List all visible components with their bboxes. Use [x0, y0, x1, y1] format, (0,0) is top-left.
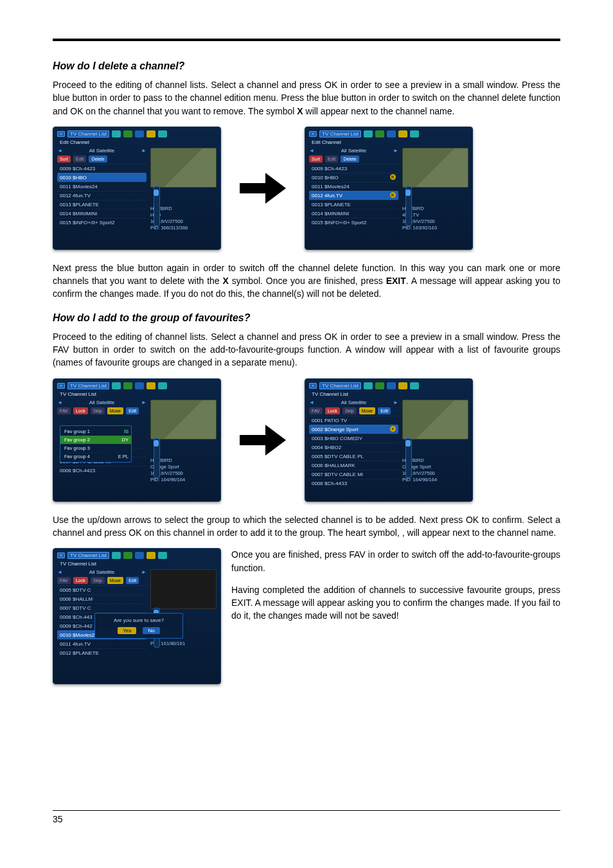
satellite-label: All Satellite — [316, 400, 391, 405]
figure-row-delete: + TV Channel List Edit Channel ◄ All Sat… — [53, 127, 560, 250]
list-item[interactable]: 0010 $HBO — [57, 173, 147, 182]
para-fav-2: Use the up/down arrows to select the gro… — [53, 513, 560, 540]
delete-mark-icon: ✖ — [390, 174, 396, 180]
chevron-right-icon: ► — [141, 400, 147, 405]
list-item[interactable]: 0012 4fun.TV — [57, 191, 147, 200]
title-btn-icon — [123, 382, 132, 389]
channel-info: HOTBIRD Orange Sport 10719/V/27500 PID: … — [150, 457, 217, 484]
list-item[interactable]: 0015 $INFO+/0+ Sport2 — [309, 218, 398, 227]
edit-button[interactable]: Edit — [325, 155, 338, 163]
lock-button[interactable]: Lock — [73, 407, 88, 414]
subtitle-edit-channel: Edit Channel — [53, 139, 220, 148]
list-item[interactable]: 0012 $PLANETE — [57, 648, 147, 657]
sort-button[interactable]: Sort — [309, 155, 323, 163]
move-button[interactable]: Move — [107, 407, 123, 414]
list-item[interactable]: 0012 4fun.TV✖ — [309, 191, 398, 200]
scrollbar[interactable] — [405, 186, 412, 226]
window-title: TV Channel List — [67, 130, 109, 137]
title-btn-icon — [364, 382, 373, 389]
plus-icon: + — [57, 553, 65, 558]
title-btn-icon — [112, 382, 121, 389]
edit-button[interactable]: Edit — [73, 155, 86, 163]
move-button[interactable]: Move — [359, 407, 375, 414]
list-item[interactable]: 0008 $Ch-4423 — [57, 466, 147, 475]
list-item[interactable]: 0015 $INFO+/0+ Sport2 — [57, 218, 147, 227]
para-fav-1: Proceed to the editing of channel lists.… — [53, 330, 560, 369]
skip-button[interactable]: Skip — [91, 577, 105, 584]
subtitle-tv-list: TV Channel List — [53, 560, 220, 569]
list-item[interactable]: 0010 $HBO✖ — [309, 173, 398, 182]
window-title: TV Channel List — [67, 382, 109, 389]
popup-item[interactable]: Fav group 2DY — [60, 436, 131, 444]
popup-item[interactable]: Fav group 1IS — [60, 427, 131, 436]
skip-button[interactable]: Skip — [91, 407, 105, 414]
edit-button[interactable]: Edit — [126, 577, 139, 584]
channel-list: 0009 $Ch-4423 0010 $HBO✖ 0011 $Movies24 … — [309, 164, 398, 227]
chevron-left-icon: ◄ — [57, 400, 62, 405]
list-item[interactable]: 0006 $HALLM — [57, 594, 147, 603]
action-pills: Sort Edit Delete — [57, 155, 147, 163]
yes-button[interactable]: Yes — [118, 627, 136, 634]
lock-button[interactable]: Lock — [73, 577, 88, 584]
skip-button[interactable]: Skip — [342, 407, 357, 414]
confirm-text: Are you sure to save? — [100, 617, 177, 623]
list-item[interactable]: 0004 $HBO2 — [309, 443, 398, 452]
title-btn-icon — [158, 130, 167, 137]
title-btn-icon — [135, 382, 144, 389]
action-pills: FAV Lock Skip Move Edit — [309, 407, 398, 414]
list-item[interactable]: 0005 $DTV C — [57, 585, 147, 594]
heading-delete-channel: How do I delete a channel? — [53, 60, 560, 72]
list-item[interactable]: 0007 $DTV C — [57, 603, 147, 612]
list-item[interactable]: 0011 $Movies24 — [57, 182, 147, 191]
title-btn-icon — [147, 382, 155, 389]
edit-button[interactable]: Edit — [126, 407, 139, 414]
edit-button[interactable]: Edit — [378, 407, 391, 414]
channel-list: 0001 PATIO TV 0002 $Orange Sport♥ 0003 $… — [309, 416, 398, 488]
popup-item[interactable]: Fav group 4E PL — [60, 452, 131, 461]
satellite-nav: ◄ All Satellite ► — [57, 569, 147, 575]
title-btn-icon — [112, 552, 121, 559]
list-item[interactable]: 0006 $HALLMARK — [309, 461, 398, 470]
scrollbar[interactable] — [154, 186, 160, 226]
chevron-left-icon: ◄ — [57, 569, 62, 575]
list-item[interactable]: 0003 $HBO COMEDY — [309, 434, 398, 443]
arrow-right-icon — [234, 166, 292, 211]
figure-row-save: + TV Channel List TV Channel List ◄ All … — [53, 548, 560, 684]
lock-button[interactable]: Lock — [325, 407, 340, 414]
fav-button[interactable]: FAV — [309, 407, 323, 414]
chevron-left-icon: ◄ — [309, 400, 314, 405]
list-item[interactable]: 0008 $Ch-4433 — [309, 479, 398, 488]
sort-button[interactable]: Sort — [57, 155, 71, 163]
delete-button[interactable]: Delete — [89, 155, 107, 163]
preview-thumbnail — [150, 569, 217, 609]
list-item[interactable]: 0014 $MINIMINI — [57, 209, 147, 218]
list-item[interactable]: 0009 $Ch-4423 — [57, 164, 147, 173]
title-btn-icon — [147, 130, 155, 137]
popup-item[interactable]: Fav group 3 — [60, 444, 131, 452]
list-item[interactable]: 0002 $Orange Sport♥ — [309, 425, 398, 434]
chevron-right-icon: ► — [393, 148, 398, 154]
list-item[interactable]: 0007 $DTV CABLE MI — [309, 470, 398, 479]
list-item[interactable]: 0005 $DTV CABLE PL — [309, 452, 398, 461]
window-title: TV Channel List — [67, 552, 109, 559]
list-item[interactable]: 0011 $Movies24 — [309, 182, 398, 191]
preview-thumbnail — [402, 400, 468, 439]
list-item[interactable]: 0014 $MINIMINI — [309, 209, 398, 218]
fav-button[interactable]: FAV — [57, 407, 71, 414]
no-button[interactable]: No — [143, 627, 159, 634]
list-item[interactable]: 0011 4fun.TV — [57, 639, 147, 648]
screenshot-delete-before: + TV Channel List Edit Channel ◄ All Sat… — [53, 127, 221, 250]
list-item[interactable]: 0009 $Ch-4423 — [309, 164, 398, 173]
figure-row-favourites: + TV Channel List TV Channel List ◄ All … — [53, 378, 560, 502]
list-item[interactable]: 0013 $PLANETE — [309, 200, 398, 209]
page-number: 35 — [53, 814, 63, 824]
list-item[interactable]: 0001 PATIO TV — [309, 416, 398, 425]
plus-icon: + — [309, 383, 317, 389]
scrollbar[interactable] — [405, 438, 412, 478]
delete-button[interactable]: Delete — [341, 155, 359, 163]
list-item[interactable]: 0013 $PLANETE — [57, 200, 147, 209]
plus-icon: + — [57, 131, 65, 137]
move-button[interactable]: Move — [107, 577, 123, 584]
fav-button[interactable]: FAV — [57, 577, 71, 584]
scrollbar[interactable] — [154, 438, 160, 478]
